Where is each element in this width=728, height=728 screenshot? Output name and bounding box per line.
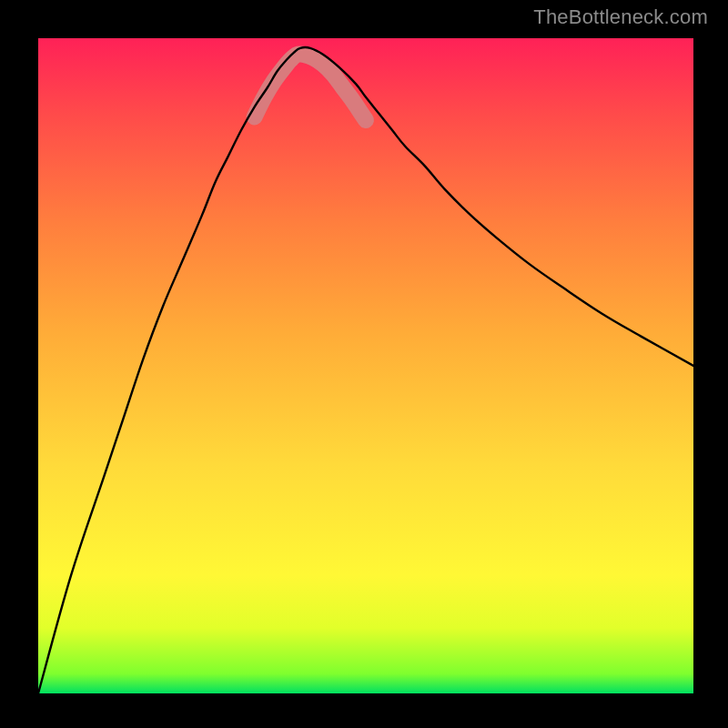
watermark-text: TheBottleneck.com [533,5,708,29]
bottleneck-chart-svg [38,38,693,693]
plot-area [38,38,693,693]
chart-frame: TheBottleneck.com [0,0,728,728]
gradient-background [38,38,693,693]
